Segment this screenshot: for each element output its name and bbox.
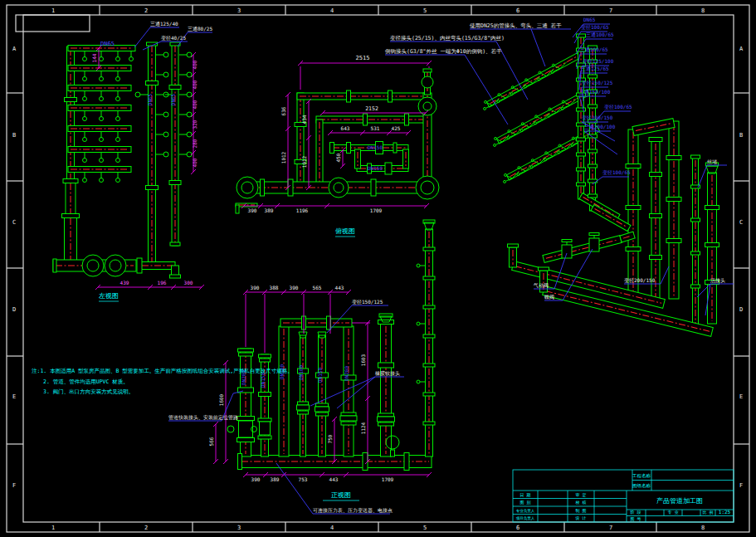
flange-circle <box>100 77 104 81</box>
pipe-coupling <box>298 402 309 405</box>
pipe-segment <box>172 43 178 246</box>
flange-circle <box>187 152 192 157</box>
pipe-coupling <box>388 90 393 102</box>
dim-label: 1196 <box>296 207 309 213</box>
callout-leader <box>593 177 629 184</box>
grid-col-label: 8 <box>701 7 705 14</box>
flange-circle <box>494 144 496 146</box>
flange-circle <box>422 76 433 88</box>
pipe-coupling <box>170 242 180 246</box>
flange-circle <box>187 72 192 77</box>
titleblock-label: 审 定 <box>575 492 586 498</box>
pipe-coupling <box>666 198 681 202</box>
flange-circle <box>545 152 548 154</box>
grid-col-label: 7 <box>609 525 612 531</box>
titleblock-label: 校 核 <box>574 500 586 505</box>
grid-col-label: 4 <box>330 525 334 531</box>
pipe-coupling <box>705 206 719 210</box>
fitting-callout: 三通125/40 <box>150 21 178 27</box>
pipe-coupling <box>259 354 271 358</box>
pipe-coupling <box>650 256 662 260</box>
pipe-coupling <box>238 454 242 470</box>
pipe-segment <box>68 66 131 71</box>
fitting-callout: 变径100/65 <box>602 169 631 176</box>
dim-label: 390 <box>251 476 261 482</box>
flange-circle <box>531 159 534 162</box>
fitting-callout: 变径200/150 <box>582 115 613 121</box>
pipe-coupling <box>347 90 351 102</box>
part-label: 变径200/150 <box>624 277 656 284</box>
drawing-note: 2. 管道、管件均选用UPVC 材质。 <box>43 378 129 385</box>
pipe-coupling <box>237 417 255 421</box>
grid-col-label: 5 <box>423 525 427 531</box>
pipe-coupling <box>53 259 56 272</box>
grid-col-label: 6 <box>516 525 519 531</box>
part-label: 蝶阀 <box>544 294 554 300</box>
flange-circle <box>83 117 87 121</box>
dim-label: 280 <box>192 139 198 148</box>
flange-circle <box>100 178 104 183</box>
flange-circle <box>116 77 120 81</box>
pipe-size-label: DN150 <box>368 144 383 150</box>
pipe-coupling <box>371 179 376 196</box>
titleblock-label: 图纸名称 <box>632 483 651 489</box>
pipe-coupling <box>258 436 271 439</box>
dim-label: 425 <box>392 125 401 131</box>
pipe-coupling <box>316 413 329 416</box>
pipe-coupling <box>363 453 368 471</box>
pipe-segment <box>239 456 432 468</box>
pipe-coupling <box>298 411 309 414</box>
flange-circle <box>83 97 87 101</box>
grid-row-label: B <box>12 132 16 139</box>
flange-circle <box>116 159 120 163</box>
flange-circle <box>82 255 104 276</box>
pipe-coupling <box>169 85 181 90</box>
pipe-segment <box>403 149 409 168</box>
view-title: 俯视图 <box>335 227 355 235</box>
fitting-callout: 变径150/125 <box>352 299 383 305</box>
flange-circle <box>163 52 168 57</box>
titleblock-label: 项目负责人 <box>516 516 535 520</box>
grid-col-label: 7 <box>609 7 612 14</box>
flange-circle <box>572 137 574 139</box>
pipe-segment <box>68 85 131 91</box>
flange-circle <box>100 57 104 61</box>
flange-circle <box>116 97 120 101</box>
flange-circle <box>521 123 524 125</box>
pipe-coupling <box>378 417 395 422</box>
flange-circle <box>187 112 192 117</box>
callout-leader <box>531 29 545 66</box>
pipe-coupling <box>288 179 293 196</box>
pipe-coupling <box>649 138 662 142</box>
flange-circle <box>83 77 87 81</box>
pipe-coupling <box>239 421 253 437</box>
pipe-coupling <box>146 186 159 190</box>
pipe-segment <box>486 53 579 107</box>
dim-label: 388 <box>270 285 279 290</box>
part-label: 丝堵 <box>707 159 717 165</box>
flange-circle <box>518 167 520 169</box>
callout-leader <box>276 463 390 514</box>
drawing-note: 注:1. 本图适用A 型泵房产品图、B 型需要加工。生产前严格按图纸组合安装调试… <box>32 368 293 374</box>
pipe-coupling <box>539 267 549 271</box>
flange-circle <box>116 138 120 142</box>
dim-label: 390 <box>248 207 257 213</box>
fitting-callout: 三通80/25 <box>188 26 212 32</box>
dim-label: 390 <box>251 285 260 290</box>
annotation: 管道快装接头、安装前定位管路 <box>168 414 238 421</box>
pipe-coupling <box>238 349 254 352</box>
pipe-coupling <box>626 164 641 168</box>
pipe-segment <box>279 326 289 456</box>
flange-circle <box>163 72 168 77</box>
pipe-size-label: DN100 <box>298 365 304 380</box>
annotation: 可连接压力表、压力变送器、电接点 <box>313 507 393 514</box>
flange-circle <box>552 64 554 66</box>
dim-label: 1600 <box>218 393 224 406</box>
pipe-segment <box>172 266 179 276</box>
cad-canvas: 1122334455667788AABBCCDDEEFFDN65DN65DN65… <box>0 0 756 537</box>
flange-circle <box>83 57 87 61</box>
pipe-coupling <box>589 238 599 251</box>
dim-label: 1709 <box>382 476 394 482</box>
dim-label: 443 <box>329 476 339 482</box>
pipe-coupling <box>393 143 397 153</box>
